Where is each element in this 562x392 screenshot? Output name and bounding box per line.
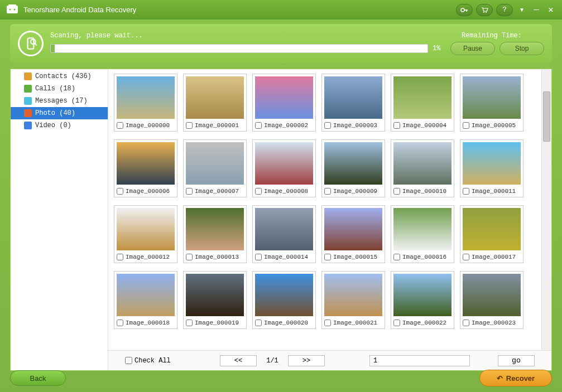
recover-button[interactable]: ↶ Recover (479, 370, 552, 386)
thumbnail[interactable]: Image_000012 (114, 205, 177, 263)
sidebar-item-label: Photo (40) (35, 109, 75, 117)
minimize-button[interactable]: — (531, 5, 542, 14)
thumbnail-checkbox[interactable] (117, 188, 123, 195)
thumbnail[interactable]: Image_000015 (321, 205, 385, 263)
check-all[interactable]: Check All (125, 357, 209, 365)
undo-icon: ↶ (497, 374, 503, 383)
thumbnail-checkbox[interactable] (463, 122, 469, 129)
thumbnail[interactable]: Image_000020 (252, 271, 316, 329)
thumbnail[interactable]: Image_000017 (460, 205, 523, 263)
svg-point-2 (9, 8, 11, 10)
thumbnail[interactable]: Image_000013 (183, 205, 247, 263)
key-button[interactable] (456, 4, 473, 16)
thumbnail-image (463, 208, 521, 250)
svg-point-4 (461, 8, 464, 12)
thumbnail-label: Image_000010 (402, 188, 446, 195)
thumbnail-checkbox[interactable] (117, 122, 123, 129)
help-button[interactable]: ? (496, 4, 513, 16)
thumbnail[interactable]: Image_000008 (252, 139, 316, 197)
sidebar-item-3[interactable]: Photo (40) (11, 107, 108, 119)
thumbnail-checkbox[interactable] (324, 254, 331, 260)
thumbnail[interactable]: Image_000006 (114, 139, 177, 197)
stop-button[interactable]: Stop (499, 42, 544, 55)
sidebar-item-label: Contacts (436) (35, 72, 92, 80)
thumbnail-checkbox[interactable] (324, 188, 331, 195)
thumbnail-checkbox[interactable] (324, 122, 331, 129)
next-page-button[interactable]: >> (288, 355, 325, 366)
dropdown-icon[interactable]: ▾ (516, 4, 527, 15)
thumbnail[interactable]: Image_000010 (391, 139, 454, 197)
sidebar-item-4[interactable]: Video (0) (11, 119, 108, 132)
thumbnail[interactable]: Image_000009 (321, 139, 385, 197)
sidebar-item-label: Calls (18) (35, 85, 75, 93)
svg-rect-0 (7, 6, 18, 13)
thumbnail-label: Image_000019 (195, 320, 239, 326)
thumbnail[interactable]: Image_000018 (114, 271, 177, 329)
thumbnail-checkbox[interactable] (463, 320, 469, 326)
thumbnail-label: Image_000006 (126, 188, 170, 195)
thumbnail-checkbox[interactable] (117, 320, 123, 326)
thumbnail[interactable]: Image_000021 (321, 271, 385, 329)
sidebar-item-0[interactable]: Contacts (436) (11, 70, 108, 83)
thumbnail-checkbox[interactable] (186, 188, 193, 195)
pause-button[interactable]: Pause (450, 42, 495, 55)
thumbnail-label: Image_000017 (472, 254, 516, 260)
go-button[interactable]: go (498, 355, 535, 366)
thumbnail[interactable]: Image_000000 (114, 74, 177, 132)
content-area: Image_000000Image_000001Image_000002Imag… (108, 69, 551, 370)
thumbnail-label: Image_000013 (195, 254, 239, 260)
thumbnail[interactable]: Image_000023 (460, 271, 523, 329)
thumbnail-checkbox[interactable] (186, 320, 193, 326)
thumbnail-checkbox[interactable] (393, 320, 400, 326)
thumbnail-checkbox[interactable] (255, 320, 262, 326)
thumbnail[interactable]: Image_000002 (252, 74, 316, 132)
sidebar-item-2[interactable]: Messages (17) (11, 95, 108, 107)
thumbnail-image (393, 76, 451, 119)
thumbnail[interactable]: Image_000019 (183, 271, 247, 329)
thumbnail-label: Image_000009 (333, 188, 377, 195)
back-button[interactable]: Back (10, 370, 66, 386)
thumbnail[interactable]: Image_000016 (391, 205, 454, 263)
scrollbar[interactable] (541, 69, 551, 350)
thumbnail-checkbox[interactable] (117, 254, 123, 260)
thumbnail-checkbox[interactable] (186, 122, 193, 129)
thumbnail[interactable]: Image_000003 (321, 74, 385, 132)
thumbnail-checkbox[interactable] (463, 188, 469, 195)
cart-button[interactable] (476, 4, 493, 16)
thumbnail-image (393, 208, 451, 250)
thumbnail[interactable]: Image_000005 (460, 74, 523, 132)
thumbnail-image (117, 208, 175, 250)
thumbnail-label: Image_000012 (126, 254, 170, 260)
scrollbar-thumb[interactable] (543, 91, 550, 142)
thumbnail[interactable]: Image_000001 (183, 74, 247, 132)
thumbnail-checkbox[interactable] (393, 122, 400, 129)
thumbnail-label: Image_000021 (333, 320, 377, 326)
thumbnail-image (324, 142, 382, 185)
thumbnail-image (255, 142, 313, 185)
thumbnail-checkbox[interactable] (463, 254, 469, 260)
thumbnail-checkbox[interactable] (324, 320, 331, 326)
thumbnail-checkbox[interactable] (186, 254, 193, 260)
check-all-checkbox[interactable] (125, 357, 132, 364)
sidebar-item-1[interactable]: Calls (18) (11, 83, 108, 95)
thumbnail[interactable]: Image_000007 (183, 139, 247, 197)
progress-bar (50, 44, 428, 53)
thumbnail-checkbox[interactable] (255, 254, 262, 260)
prev-page-button[interactable]: << (220, 355, 257, 366)
thumbnail[interactable]: Image_000022 (391, 271, 454, 329)
svg-line-11 (35, 43, 37, 45)
thumbnail-checkbox[interactable] (393, 188, 400, 195)
thumbnail-checkbox[interactable] (255, 122, 262, 129)
thumbnail[interactable]: Image_000011 (460, 139, 523, 197)
thumbnail-image (463, 274, 521, 316)
thumbnail-image (255, 208, 313, 250)
close-button[interactable]: ✕ (545, 4, 556, 15)
page-input[interactable] (369, 355, 470, 366)
thumbnail[interactable]: Image_000004 (391, 74, 454, 132)
thumbnail-checkbox[interactable] (393, 254, 400, 260)
thumbnail-image (117, 142, 175, 185)
thumbnail-checkbox[interactable] (255, 188, 262, 195)
pager-bar: Check All << 1/1 >> go (108, 350, 551, 370)
thumbnail[interactable]: Image_000014 (252, 205, 316, 263)
thumbnail-image (324, 208, 382, 250)
